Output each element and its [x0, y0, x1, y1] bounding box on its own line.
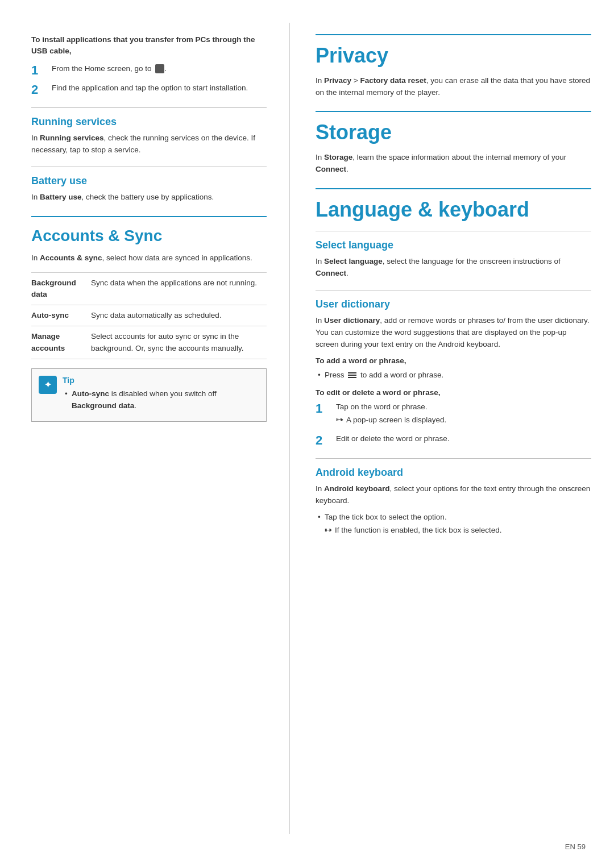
divider-2 — [31, 167, 267, 167]
edit-step-1-content: Tap on the word or phrase. ↦ A pop-up sc… — [336, 401, 446, 429]
divider-select-lang — [316, 231, 591, 231]
tip-box: Tip Auto-sync is disabled when you switc… — [31, 368, 267, 422]
table-cell-background-desc: Sync data when the applications are not … — [91, 272, 267, 305]
to-add-label: To add a word or phrase, — [316, 355, 591, 367]
right-column: Privacy In Privacy > Factory data reset,… — [290, 23, 614, 834]
divider-storage — [316, 111, 591, 112]
table-cell-background-label: Background data — [31, 272, 91, 305]
left-column: To install applications that you transfe… — [0, 23, 290, 834]
android-keyboard-body: In Android keyboard, select your options… — [316, 483, 591, 507]
android-keyboard-sub-1: ↦ If the function is enabled, the tick b… — [325, 525, 591, 537]
battery-use-body: In Battery use, check the battery use by… — [31, 192, 267, 203]
home-icon — [155, 64, 164, 73]
table-cell-autosync-label: Auto-sync — [31, 305, 91, 326]
edit-step-1-number: 1 — [316, 401, 331, 416]
divider-accounts — [31, 216, 267, 217]
user-dictionary-title: User dictionary — [316, 298, 591, 310]
storage-title: Storage — [316, 121, 591, 144]
privacy-body: In Privacy > Factory data reset, you can… — [316, 75, 591, 99]
divider-user-dict — [316, 290, 591, 290]
running-services-title: Running services — [31, 116, 267, 128]
menu-icon — [348, 372, 356, 378]
install-steps: 1 From the Home screen, go to . 2 Find t… — [31, 63, 267, 98]
android-keyboard-item-1: Tap the tick box to select the option. ↦… — [316, 512, 591, 537]
table-cell-manage-desc: Select accounts for auto sync or sync in… — [91, 326, 267, 359]
language-keyboard-title: Language & keyboard — [316, 198, 591, 221]
step-1: 1 From the Home screen, go to . — [31, 63, 267, 78]
divider-android-keyboard — [316, 458, 591, 459]
running-services-body: In Running services, check the running s… — [31, 132, 267, 156]
table-row-autosync: Auto-sync Sync data automatically as sch… — [31, 305, 267, 326]
android-keyboard-list: Tap the tick box to select the option. ↦… — [316, 512, 591, 537]
table-cell-manage-label: Manage accounts — [31, 326, 91, 359]
sync-table: Background data Sync data when the appli… — [31, 272, 267, 359]
table-cell-autosync-desc: Sync data automatically as scheduled. — [91, 305, 267, 326]
edit-steps: 1 Tap on the word or phrase. ↦ A pop-up … — [316, 401, 591, 448]
to-add-item: Press to add a word or phrase. — [316, 369, 591, 381]
tip-content: Tip Auto-sync is disabled when you switc… — [63, 376, 257, 414]
tip-bullet-item: Auto-sync is disabled when you switch of… — [63, 388, 257, 412]
to-edit-label: To edit or delete a word or phrase, — [316, 387, 591, 399]
step-2: 2 Find the application and tap the optio… — [31, 82, 267, 97]
table-row-background: Background data Sync data when the appli… — [31, 272, 267, 305]
tip-icon — [39, 376, 57, 394]
battery-use-title: Battery use — [31, 175, 267, 187]
step-2-number: 2 — [31, 82, 47, 97]
accounts-sync-title: Accounts & Sync — [31, 226, 267, 246]
step-1-number: 1 — [31, 63, 47, 78]
tip-label: Tip — [63, 376, 257, 385]
divider-language — [316, 188, 591, 189]
android-keyboard-title: Android keyboard — [316, 467, 591, 479]
select-language-title: Select language — [316, 239, 591, 251]
to-add-list: Press to add a word or phrase. — [316, 369, 591, 381]
tip-bullet-list: Auto-sync is disabled when you switch of… — [63, 388, 257, 412]
edit-step-2-text: Edit or delete the word or phrase. — [336, 433, 450, 445]
step-1-text: From the Home screen, go to . — [52, 63, 167, 75]
page-number: EN 59 — [565, 842, 586, 851]
edit-step-1-sub: ↦ A pop-up screen is displayed. — [336, 414, 446, 426]
edit-step-2-number: 2 — [316, 433, 331, 448]
table-row-manage: Manage accounts Select accounts for auto… — [31, 326, 267, 359]
user-dictionary-body: In User dictionary, add or remove words … — [316, 315, 591, 351]
divider-privacy-top — [316, 34, 591, 35]
storage-body: In Storage, learn the space information … — [316, 152, 591, 176]
divider-1 — [31, 107, 267, 108]
step-2-text: Find the application and tap the option … — [52, 82, 248, 94]
intro-bold-text: To install applications that you transfe… — [31, 34, 267, 57]
privacy-title: Privacy — [316, 44, 591, 67]
select-language-body: In Select language, select the language … — [316, 256, 591, 280]
edit-step-2: 2 Edit or delete the word or phrase. — [316, 433, 591, 448]
accounts-sync-body: In Accounts & sync, select how data are … — [31, 252, 267, 264]
edit-step-1: 1 Tap on the word or phrase. ↦ A pop-up … — [316, 401, 591, 429]
